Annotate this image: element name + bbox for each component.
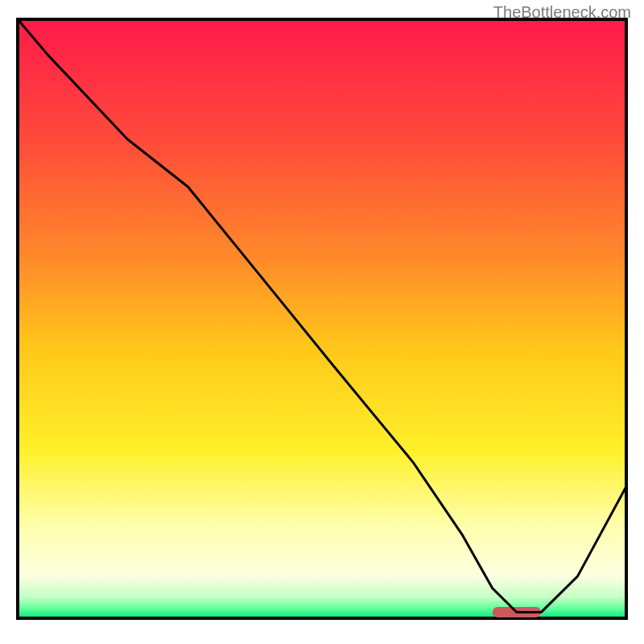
watermark-text: TheBottleneck.com bbox=[493, 3, 631, 22]
bottleneck-chart bbox=[16, 18, 628, 620]
gradient-background bbox=[18, 19, 626, 618]
chart-canvas bbox=[16, 18, 628, 620]
